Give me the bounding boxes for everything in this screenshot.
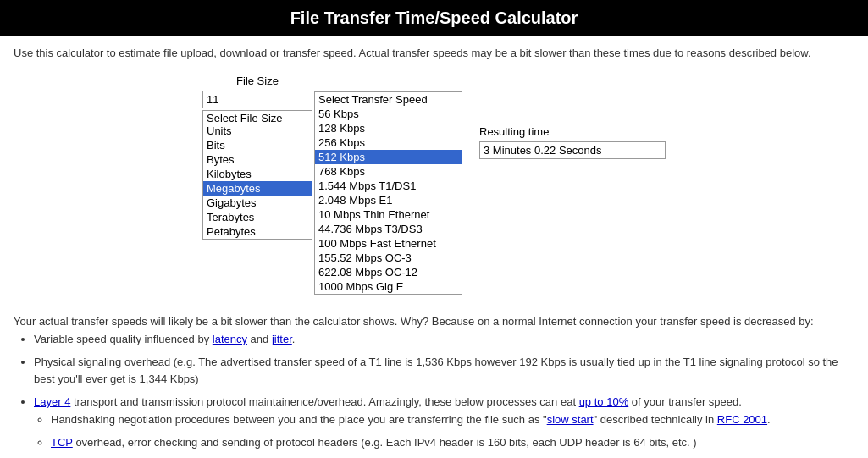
unit-item[interactable]: Petabytes	[203, 224, 312, 239]
subbullet-link-2[interactable]: RFC 2001	[717, 413, 767, 426]
file-size-label: File Size	[236, 74, 279, 87]
speed-item[interactable]: 155.52 Mbps OC-3	[315, 251, 462, 265]
unit-item[interactable]: Bits	[203, 138, 312, 152]
result-label: Resulting time	[479, 125, 549, 138]
explanation-intro: Your actual transfer speeds will likely …	[14, 313, 854, 331]
calculator-inner: File Size Select File Size UnitsBitsByte…	[202, 74, 666, 295]
speed-item[interactable]: 768 Kbps	[315, 164, 462, 179]
unit-item[interactable]: Bytes	[203, 152, 312, 167]
explanation-bullet: Variable speed quality influenced by lat…	[34, 331, 854, 349]
explanation-link-2[interactable]: up to 10%	[579, 395, 629, 408]
explanation-subbullet: TCP overhead, error checking and sending…	[51, 434, 854, 452]
speed-item[interactable]: 56 Kbps	[315, 107, 462, 121]
speed-item[interactable]: 2.048 Mbps E1	[315, 193, 462, 207]
result-section: Resulting time	[479, 74, 666, 159]
speed-item[interactable]: 10 Mbps Thin Ethernet	[315, 207, 462, 222]
unit-item[interactable]: Terabytes	[203, 210, 312, 224]
speed-item[interactable]: 1.544 Mbps T1/DS1	[315, 179, 462, 193]
unit-item[interactable]: Kilobytes	[203, 167, 312, 181]
speed-item[interactable]: 512 Kbps	[315, 150, 462, 164]
subbullet-link[interactable]: slow start	[547, 413, 594, 426]
explanation-section: Your actual transfer speeds will likely …	[0, 303, 868, 458]
explanation-bullet: Layer 4 transport and transmission proto…	[34, 394, 854, 451]
subbullet-link[interactable]: TCP	[51, 436, 73, 449]
speed-item[interactable]: Select Transfer Speed	[315, 92, 462, 107]
unit-item[interactable]: Select File Size Units	[203, 111, 312, 138]
speed-item[interactable]: 622.08 Mbps OC-12	[315, 265, 462, 279]
explanation-link-2[interactable]: jitter	[272, 333, 292, 345]
explanation-link[interactable]: latency	[213, 333, 247, 345]
explanation-subbullet-list: Handshaking negotiation procedures betwe…	[51, 411, 854, 452]
speed-list: Select Transfer Speed56 Kbps128 Kbps256 …	[314, 91, 462, 295]
units-list: Select File Size UnitsBitsBytesKilobytes…	[202, 110, 312, 240]
speed-section: Select Transfer Speed56 Kbps128 Kbps256 …	[314, 74, 462, 295]
explanation-subbullet: Handshaking negotiation procedures betwe…	[51, 411, 854, 429]
speed-item[interactable]: 256 Kbps	[315, 135, 462, 150]
intro-text: Use this calculator to estimate file upl…	[0, 36, 868, 66]
speed-item[interactable]: 128 Kbps	[315, 121, 462, 135]
unit-item[interactable]: Gigabytes	[203, 196, 312, 210]
speed-item[interactable]: 100 Mbps Fast Ethernet	[315, 236, 462, 251]
result-input[interactable]	[479, 141, 666, 159]
calculator-area: File Size Select File Size UnitsBitsByte…	[0, 66, 868, 303]
file-size-section: File Size Select File Size UnitsBitsByte…	[202, 74, 312, 240]
page-header: File Transfer Time/Speed Calculator	[0, 0, 868, 36]
speed-item[interactable]: 44.736 Mbps T3/DS3	[315, 222, 462, 236]
page-title: File Transfer Time/Speed Calculator	[290, 8, 578, 27]
explanation-list: Variable speed quality influenced by lat…	[34, 331, 854, 458]
file-size-input[interactable]	[202, 91, 312, 108]
explanation-link[interactable]: Layer 4	[34, 395, 70, 408]
explanation-bullet: Physical signaling overhead (e.g. The ad…	[34, 354, 854, 389]
unit-item[interactable]: Megabytes	[203, 181, 312, 196]
speed-item[interactable]: 1000 Mbps Gig E	[315, 279, 462, 294]
